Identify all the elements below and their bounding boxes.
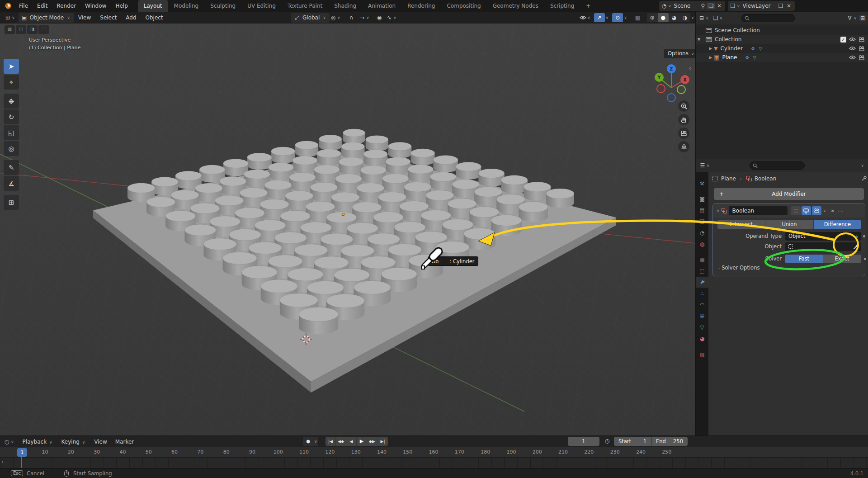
keying-set-chevron[interactable]: ∨ (314, 437, 317, 446)
timeline-tracks[interactable]: › (0, 458, 868, 469)
tool-rotate[interactable]: ↻ (4, 109, 19, 124)
shading-wireframe-button[interactable]: ⊕ (647, 13, 658, 22)
hide-eye-icon[interactable] (849, 55, 856, 60)
gizmo-minus-z-axis[interactable] (667, 94, 675, 102)
menu-help[interactable]: Help (111, 0, 132, 12)
properties-search-input[interactable] (750, 161, 805, 170)
animate-dot[interactable] (863, 235, 865, 237)
menu-select[interactable]: Select (95, 12, 121, 24)
tab-object[interactable]: ⬚ (696, 265, 708, 276)
operation-difference-button[interactable]: Difference (814, 220, 861, 229)
tab-collection[interactable]: ▦ (696, 254, 708, 265)
menu-render[interactable]: Render (52, 0, 80, 12)
disclosure-icon[interactable]: ▶ (708, 46, 714, 51)
pivot-point-button[interactable]: ◎∨ (327, 13, 344, 23)
options-button[interactable]: Options ∨ (664, 49, 695, 58)
gizmos-toggle[interactable]: ↗ (594, 13, 605, 22)
workspace-tab-scripting[interactable]: Scripting (544, 0, 580, 12)
select-mode-set-button[interactable]: ▦ (5, 25, 15, 34)
tool-cursor[interactable]: ⌖ (4, 75, 19, 90)
pin-icon[interactable] (861, 176, 867, 181)
disclosure-icon[interactable]: ▼ (696, 37, 702, 42)
current-frame-marker[interactable]: 1 (17, 448, 27, 457)
add-workspace-button[interactable]: + (580, 0, 596, 12)
filter-id-icon[interactable]: ❏ (712, 15, 719, 21)
solver-fast-button[interactable]: Fast (785, 255, 823, 263)
menu-keying[interactable]: Keying ∨ (57, 439, 90, 445)
outliner-row-collection[interactable]: ▼ Collection ✓ (696, 35, 868, 44)
workspace-tab-layout[interactable]: Layout (138, 0, 168, 12)
workspace-tab-geometry-nodes[interactable]: Geometry Nodes (487, 0, 544, 12)
3d-viewport[interactable]: ▦ ◫ ◨ ⬚ Options ∨ User Perspective (1) C… (0, 24, 695, 435)
tab-material[interactable]: ◕ (696, 333, 708, 344)
channel-expand-chevron[interactable]: › (2, 459, 4, 464)
modifier-name-field[interactable]: Boolean (729, 206, 788, 215)
workspace-tab-texture-paint[interactable]: Texture Paint (282, 0, 328, 12)
menu-playback[interactable]: Playback ∨ (19, 439, 57, 445)
render-camera-icon[interactable] (859, 37, 865, 42)
hide-eye-icon[interactable] (849, 46, 856, 51)
remove-viewlayer-icon[interactable]: ✕ (785, 3, 793, 9)
properties-options-chevron[interactable]: ∨ (861, 163, 864, 168)
display-mode-icon[interactable]: ⊟ (698, 15, 705, 21)
pin-icon[interactable]: ⚲ (699, 3, 707, 9)
falloff-button[interactable]: ∿∨ (383, 13, 400, 23)
tab-tool[interactable]: ⚒ (696, 178, 708, 189)
breadcrumb-modifier[interactable]: Boolean (755, 175, 777, 182)
snap-target-button[interactable]: ⇢∨ (356, 13, 373, 23)
tab-object-data[interactable]: ▽ (696, 322, 708, 333)
edit-mode-display-toggle[interactable]: ⬚ (791, 206, 801, 215)
tab-view-layer[interactable]: ❏ (696, 216, 708, 227)
start-frame-field[interactable]: Start1 (614, 437, 651, 446)
tool-move[interactable]: ↔↔ (4, 94, 19, 109)
scene-selector[interactable]: ◔∨ Scene ⚲ ❏ ✕ (659, 1, 725, 11)
drag-handle[interactable]: ∷∷ (838, 209, 844, 213)
workspace-tab-animation[interactable]: Animation (362, 0, 401, 12)
camera-view-button[interactable] (678, 128, 689, 139)
menu-marker[interactable]: Marker (111, 439, 138, 445)
preview-range-clock-icon[interactable]: ◷ (604, 438, 610, 444)
menu-view[interactable]: View (74, 12, 95, 24)
snap-toggle[interactable]: ∩ (345, 13, 357, 23)
pan-button[interactable] (678, 114, 689, 125)
region-collapse-chevron[interactable]: ‹ (689, 65, 691, 71)
tab-scene[interactable]: ◔ (696, 227, 708, 238)
workspace-tab-modeling[interactable]: Modeling (168, 0, 205, 12)
cylinder-array[interactable] (127, 129, 574, 335)
mode-selector[interactable]: ▣ Object Mode∨ (19, 13, 74, 23)
new-viewlayer-icon[interactable]: ❏ (777, 3, 785, 9)
solver-exact-button[interactable]: Exact (823, 255, 861, 263)
select-mode-extend-button[interactable]: ◫ (16, 25, 26, 34)
end-frame-field[interactable]: End250 (651, 437, 688, 446)
menu-file[interactable]: File (14, 0, 33, 12)
workspace-tab-compositing[interactable]: Compositing (441, 0, 486, 12)
tab-render[interactable]: ◙ (696, 194, 708, 204)
object-picker-field[interactable] (785, 242, 861, 251)
tool-measure[interactable]: ∡ (4, 176, 19, 191)
gizmo-minus-y-axis[interactable] (677, 85, 685, 94)
jump-to-start-button[interactable]: |◀ (326, 437, 336, 446)
select-mode-intersect-button[interactable]: ⬚ (38, 25, 49, 34)
operand-type-dropdown[interactable]: Object∨ (785, 232, 861, 241)
eyedropper-icon[interactable] (853, 244, 859, 250)
solver-options-expander[interactable]: › Solver Options (718, 265, 760, 271)
tab-particles[interactable]: ∴ (696, 288, 708, 299)
disclosure-icon[interactable]: ▶ (708, 55, 714, 60)
tab-output[interactable]: ▤ (696, 205, 708, 216)
hide-eye-icon[interactable] (849, 37, 856, 42)
properties-editor-icon[interactable]: ☰ (699, 162, 706, 169)
operation-intersect-button[interactable]: Intersect (717, 220, 765, 229)
shading-solid-button[interactable]: ● (658, 13, 669, 22)
tab-physics[interactable]: ◠ (696, 299, 708, 310)
play-reverse-button[interactable]: ◀ (346, 437, 357, 446)
jump-to-end-button[interactable]: ▶| (377, 437, 388, 446)
menu-object[interactable]: Object (141, 12, 168, 24)
render-display-toggle[interactable] (812, 206, 821, 215)
new-scene-icon[interactable]: ❏ (707, 3, 715, 9)
transform-orientation[interactable]: ⤢ Global∨ (291, 13, 330, 23)
show-object-types-button[interactable]: ∨ (577, 13, 594, 23)
breadcrumb-object[interactable]: Plane (721, 175, 736, 182)
operation-union-button[interactable]: Union (765, 220, 813, 229)
overlays-toggle[interactable]: ⊙ (612, 13, 623, 22)
orthographic-toggle-button[interactable] (678, 141, 689, 152)
